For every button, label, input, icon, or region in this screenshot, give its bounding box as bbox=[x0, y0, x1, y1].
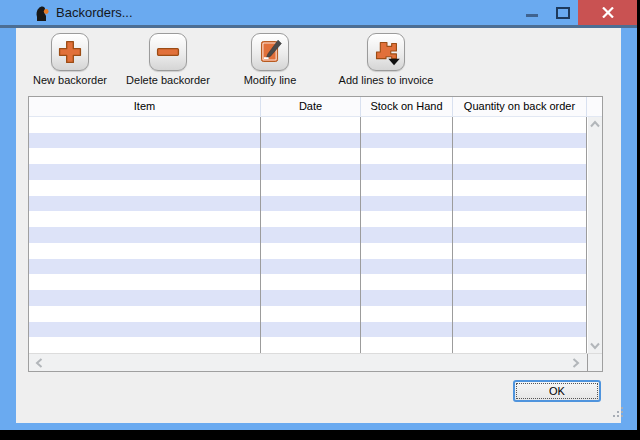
new-backorder-label: New backorder bbox=[15, 74, 125, 88]
table-row[interactable] bbox=[29, 259, 587, 275]
minimize-icon bbox=[526, 14, 538, 17]
table-row[interactable] bbox=[29, 211, 587, 227]
column-header-item[interactable]: Item bbox=[29, 97, 261, 116]
modify-line-button[interactable] bbox=[251, 33, 289, 71]
scrollbar-corner-divider bbox=[587, 354, 588, 371]
app-icon bbox=[34, 4, 51, 22]
table-row[interactable] bbox=[29, 117, 587, 133]
plus-icon bbox=[52, 33, 88, 71]
window-border-bottom bbox=[16, 423, 621, 430]
backorders-window: Backorders... bbox=[0, 0, 637, 430]
maximize-button[interactable] bbox=[550, 0, 576, 25]
close-icon bbox=[602, 7, 614, 18]
table-row[interactable] bbox=[29, 227, 587, 243]
table-row[interactable] bbox=[29, 322, 587, 338]
modify-line-label: Modify line bbox=[215, 74, 325, 88]
table-row[interactable] bbox=[29, 180, 587, 196]
window-border-left bbox=[0, 28, 16, 430]
column-header-date[interactable]: Date bbox=[261, 97, 361, 116]
ok-button[interactable]: OK bbox=[513, 380, 601, 402]
column-header-quantity-on-back-order[interactable]: Quantity on back order bbox=[453, 97, 587, 116]
vertical-scrollbar[interactable] bbox=[588, 117, 602, 353]
scroll-down-icon[interactable] bbox=[589, 342, 601, 350]
window-title: Backorders... bbox=[56, 0, 133, 25]
add-lines-to-invoice-label: Add lines to invoice bbox=[326, 74, 446, 88]
resize-grip[interactable] bbox=[610, 404, 626, 420]
add-lines-to-invoice-icon bbox=[368, 33, 404, 71]
titlebar[interactable]: Backorders... bbox=[0, 0, 637, 25]
window-border-right bbox=[621, 28, 637, 430]
scroll-up-icon[interactable] bbox=[589, 120, 601, 128]
column-divider bbox=[452, 117, 453, 353]
add-lines-to-invoice-button[interactable] bbox=[367, 33, 405, 71]
delete-backorder-label: Delete backorder bbox=[113, 74, 223, 88]
table-row[interactable] bbox=[29, 196, 587, 212]
column-divider bbox=[360, 117, 361, 353]
table-row[interactable] bbox=[29, 164, 587, 180]
minimize-button[interactable] bbox=[518, 0, 546, 25]
column-header-filler bbox=[587, 97, 602, 116]
column-header-stock-on-hand[interactable]: Stock on Hand bbox=[361, 97, 453, 116]
scroll-right-icon[interactable] bbox=[572, 358, 580, 368]
table-row[interactable] bbox=[29, 306, 587, 322]
new-backorder-button[interactable] bbox=[51, 33, 89, 71]
edit-line-icon bbox=[252, 33, 288, 71]
delete-backorder-button[interactable] bbox=[149, 33, 187, 71]
desktop-background: { "titlebar": { "title": "Backorders..."… bbox=[0, 0, 640, 440]
scroll-left-icon[interactable] bbox=[35, 358, 43, 368]
table-rows bbox=[29, 117, 587, 353]
table-row[interactable] bbox=[29, 337, 587, 353]
table-row[interactable] bbox=[29, 243, 587, 259]
table-row[interactable] bbox=[29, 274, 587, 290]
table-row[interactable] bbox=[29, 148, 587, 164]
close-button[interactable] bbox=[578, 0, 637, 25]
minus-icon bbox=[150, 33, 186, 71]
column-divider bbox=[260, 117, 261, 353]
table-header: ItemDateStock on HandQuantity on back or… bbox=[29, 97, 602, 117]
dropdown-arrow-icon bbox=[388, 59, 399, 66]
table-row[interactable] bbox=[29, 133, 587, 149]
maximize-icon bbox=[556, 7, 570, 19]
table-row[interactable] bbox=[29, 290, 587, 306]
table-body bbox=[29, 117, 602, 353]
column-divider bbox=[586, 117, 587, 353]
backorders-table: ItemDateStock on HandQuantity on back or… bbox=[28, 96, 603, 372]
horizontal-scrollbar[interactable] bbox=[29, 353, 602, 371]
